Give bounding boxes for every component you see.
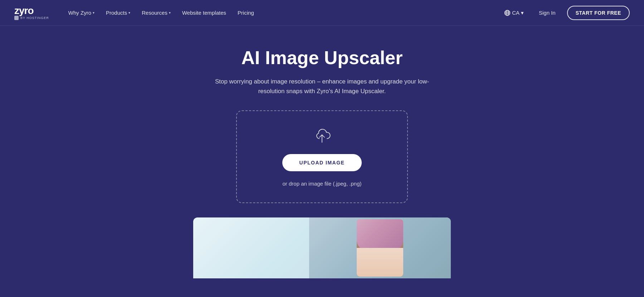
nav-item-website-templates[interactable]: Website templates — [177, 7, 231, 19]
nav-item-pricing[interactable]: Pricing — [233, 7, 259, 19]
navbar-left: zyro BY HOSTINGER Why Zyro ▾ Products ▾ … — [14, 6, 259, 20]
start-for-free-button[interactable]: START FOR FREE — [567, 6, 630, 20]
chevron-down-icon: ▾ — [93, 11, 94, 15]
logo-hostinger-text: BY HOSTINGER — [14, 16, 49, 20]
cloud-upload-icon — [312, 125, 332, 145]
upload-image-button[interactable]: UPLOAD IMAGE — [282, 154, 362, 171]
hostinger-mark-icon — [14, 16, 19, 20]
nav-items: Why Zyro ▾ Products ▾ Resources ▾ Websit… — [63, 7, 259, 19]
chevron-down-icon: ▾ — [169, 11, 171, 15]
hero-section: AI Image Upscaler Stop worrying about im… — [0, 26, 644, 278]
locale-label: CA — [512, 10, 519, 16]
preview-image-container — [193, 217, 451, 278]
nav-item-resources[interactable]: Resources ▾ — [137, 7, 176, 19]
preview-enhanced-panel — [309, 217, 451, 278]
hero-subtitle: Stop worrying about image resolution – e… — [215, 77, 429, 96]
navbar: zyro BY HOSTINGER Why Zyro ▾ Products ▾ … — [0, 0, 644, 26]
chevron-down-icon: ▾ — [521, 10, 524, 16]
logo-zyro-text: zyro — [14, 6, 34, 16]
page-title: AI Image Upscaler — [241, 47, 403, 69]
upload-hint-text: or drop an image file (.jpeg, .png) — [283, 180, 362, 188]
sign-in-button[interactable]: Sign In — [533, 7, 561, 19]
upload-dropzone[interactable]: UPLOAD IMAGE or drop an image file (.jpe… — [236, 110, 408, 203]
nav-item-why-zyro[interactable]: Why Zyro ▾ — [63, 7, 99, 19]
locale-selector[interactable]: CA ▾ — [501, 8, 527, 18]
chevron-down-icon: ▾ — [128, 11, 130, 15]
logo[interactable]: zyro BY HOSTINGER — [14, 6, 49, 20]
globe-icon — [504, 10, 511, 16]
navbar-right: CA ▾ Sign In START FOR FREE — [501, 6, 630, 20]
preview-section — [14, 217, 630, 278]
nav-item-products[interactable]: Products ▾ — [101, 7, 135, 19]
preview-face-image — [357, 219, 403, 277]
